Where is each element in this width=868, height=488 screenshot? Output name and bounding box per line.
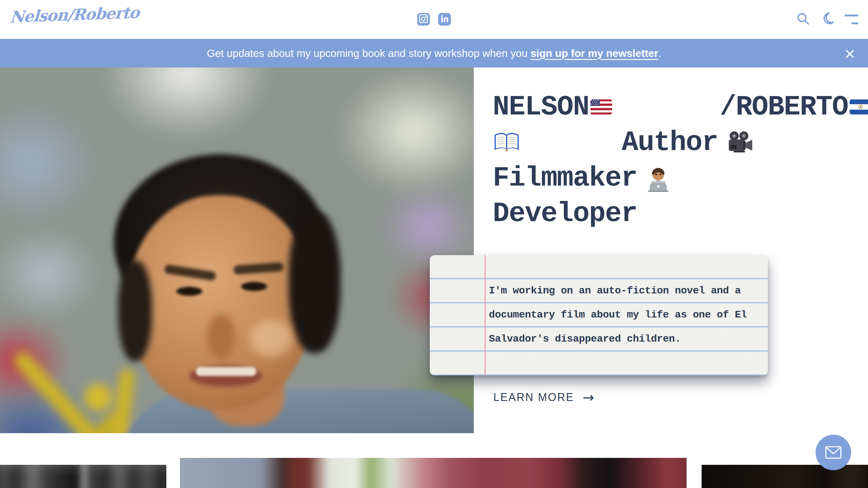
announcement-text-after: .: [658, 47, 661, 59]
gallery-thumb-1[interactable]: [0, 465, 166, 488]
gallery-thumb-3[interactable]: [702, 465, 868, 488]
social-links: [417, 13, 451, 26]
gallery-thumb-2[interactable]: [180, 458, 687, 488]
note-card: I'm working on an auto-fiction novel and…: [430, 255, 768, 375]
linkedin-link[interactable]: [438, 13, 451, 26]
newsletter-signup-link[interactable]: sign up for my newsletter: [530, 47, 658, 59]
instagram-link[interactable]: [417, 13, 430, 26]
learn-more-link[interactable]: LEARN MORE →: [493, 389, 594, 405]
hero-photo: [0, 67, 474, 433]
search-icon: [796, 12, 810, 27]
announcement-banner: Get updates about my upcoming book and s…: [0, 39, 868, 67]
envelope-icon: [825, 446, 841, 459]
menu-button[interactable]: [844, 14, 858, 24]
learn-more-label: LEARN MORE: [493, 391, 574, 404]
linkedin-icon: [440, 14, 449, 24]
hero-role-filmmaker: Filmmaker: [493, 162, 637, 194]
page: Nelson/Roberto: [0, 0, 868, 488]
hamburger-icon: [844, 14, 858, 24]
man-technologist-icon: [644, 101, 773, 255]
open-book-icon: [493, 68, 621, 217]
search-button[interactable]: [796, 12, 810, 27]
arrow-right-icon: →: [583, 389, 594, 405]
announcement-text-before: Get updates about my upcoming book and s…: [207, 47, 530, 59]
banner-close-button[interactable]: ×: [842, 46, 858, 61]
hero-role-developer: Developer: [493, 198, 637, 230]
navbar-actions: [796, 12, 858, 27]
dark-mode-toggle[interactable]: [820, 12, 834, 27]
site-logo[interactable]: Nelson/Roberto: [9, 3, 140, 26]
instagram-icon: [419, 14, 428, 24]
hero-title: NELSON: [493, 89, 782, 231]
contact-fab[interactable]: [815, 435, 851, 470]
moon-icon: [820, 12, 834, 27]
announcement-text: Get updates about my upcoming book and s…: [207, 47, 661, 59]
note-text: I'm working on an auto-fiction novel and…: [489, 279, 761, 351]
navbar: Nelson/Roberto: [0, 0, 868, 39]
